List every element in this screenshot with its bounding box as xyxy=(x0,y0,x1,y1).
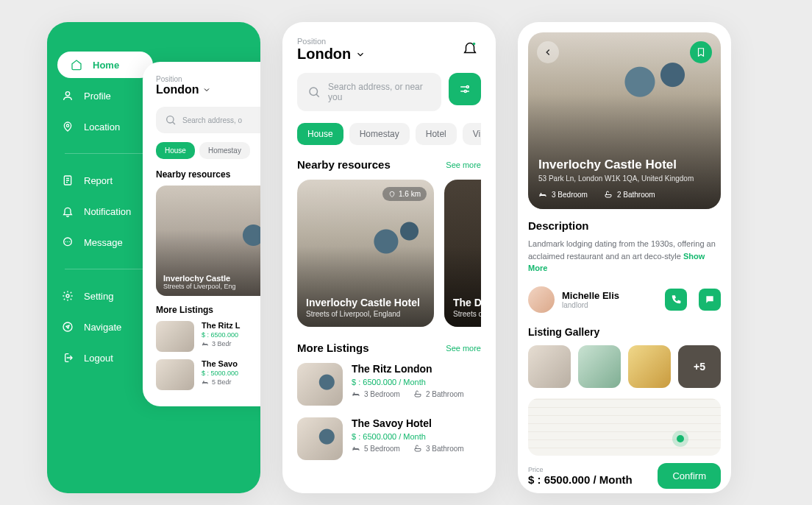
document-icon xyxy=(62,174,74,186)
bookmark-icon xyxy=(696,47,706,57)
price-label: Price xyxy=(528,466,633,473)
listing-price: $ : 6500.000 xyxy=(202,331,241,339)
more-listings-heading: More Listings xyxy=(297,342,369,354)
back-button[interactable] xyxy=(537,41,559,63)
footer: Price $ : 6500.000 / Month Confirm xyxy=(528,463,721,489)
listing-price: $ : 5000.000 xyxy=(202,370,238,377)
see-more-link[interactable]: See more xyxy=(446,344,481,353)
svg-point-0 xyxy=(65,92,69,96)
listing-row[interactable]: The Ritz London $ : 6500.000 / Month 3 B… xyxy=(297,363,481,406)
listing-features: 3 Bedroom 2 Bathroom xyxy=(352,389,464,398)
listing-bed: 5 Bedr xyxy=(202,378,238,386)
detail-screen: Inverlochy Castle Hotel 53 Park Ln, Lond… xyxy=(518,22,731,493)
svg-point-4 xyxy=(66,294,69,297)
bath-icon xyxy=(413,444,422,453)
chip-homestay[interactable]: Homestay xyxy=(349,123,410,145)
filter-chips: House Homestay xyxy=(156,142,260,159)
chevron-left-icon xyxy=(543,47,553,57)
gallery-more[interactable]: +5 xyxy=(678,345,721,388)
svg-point-5 xyxy=(63,322,72,331)
confirm-button[interactable]: Confirm xyxy=(658,463,721,489)
nav-label: Navigate xyxy=(84,322,121,333)
gallery-item[interactable] xyxy=(528,345,571,388)
filter-chips: House Homestay Hotel Villa C xyxy=(297,123,481,145)
owner-role: landlord xyxy=(562,301,658,309)
hero-image: Inverlochy Castle Hotel 53 Park Ln, Lond… xyxy=(528,32,721,209)
gallery-heading: Listing Gallery xyxy=(528,326,721,338)
svg-point-12 xyxy=(464,91,466,93)
svg-point-11 xyxy=(466,86,469,88)
bell-icon xyxy=(62,205,74,217)
pin-icon xyxy=(388,191,396,198)
nav-divider xyxy=(65,269,154,269)
listing-title: The Ritz London xyxy=(352,363,464,375)
sidebar-drawer-screen: Home Profile Location Report Notificatio… xyxy=(47,22,260,493)
listing-title: The Savo xyxy=(202,359,238,368)
see-more-link[interactable]: See more xyxy=(446,160,481,169)
owner-name: Michelle Elis xyxy=(562,290,658,301)
chip-house[interactable]: House xyxy=(297,123,343,145)
listing-thumbnail xyxy=(156,321,194,352)
nearby-cards[interactable]: 1.6 km Inverlochy Castle Hotel Streets o… xyxy=(297,180,481,327)
filter-button[interactable] xyxy=(449,73,481,105)
nav-label: Location xyxy=(84,121,120,133)
notifications-button[interactable] xyxy=(459,37,481,59)
nearby-card[interactable]: 1.6 km Inverlochy Castle Hotel Streets o… xyxy=(297,180,434,327)
position-picker[interactable]: London xyxy=(156,83,260,96)
sliders-icon xyxy=(458,82,471,96)
search-icon xyxy=(307,85,321,99)
mini-home-panel: Position London Search address, o House … xyxy=(143,62,260,406)
nav-home[interactable]: Home xyxy=(57,52,153,78)
search-input[interactable]: Search address, o xyxy=(156,107,260,133)
location-map[interactable] xyxy=(528,398,721,456)
gallery-item[interactable] xyxy=(578,345,621,388)
search-input[interactable]: Search address, or near you xyxy=(297,73,441,111)
position-label: Position xyxy=(156,75,260,83)
gallery-row: +5 xyxy=(528,345,721,388)
gear-icon xyxy=(62,290,74,302)
bookmark-button[interactable] xyxy=(690,41,712,63)
svg-point-13 xyxy=(354,392,355,394)
listing-bed: 3 Bedr xyxy=(202,340,241,347)
position-value: London xyxy=(156,83,199,96)
position-picker[interactable]: London xyxy=(297,46,366,63)
call-button[interactable] xyxy=(665,289,687,311)
nearby-card[interactable]: The Dorche Streets of Liverp xyxy=(444,180,481,327)
nav-label: Setting xyxy=(84,291,113,302)
hero-features: 3 Bedroom 2 Bathroom xyxy=(538,190,710,199)
listing-features: 5 Bedroom 3 Bathroom xyxy=(352,444,464,453)
svg-point-15 xyxy=(541,193,542,194)
search-placeholder: Search address, o xyxy=(182,116,242,124)
hero-title: Inverlochy Castle Hotel xyxy=(538,158,710,172)
bath-icon xyxy=(413,389,422,398)
listing-row[interactable]: The Savo $ : 5000.000 5 Bedr xyxy=(156,359,260,390)
listing-row[interactable]: The Savoy Hotel $ : 6500.000 / Month 5 B… xyxy=(297,417,481,460)
owner-avatar[interactable] xyxy=(528,286,555,313)
chip-hotel[interactable]: Hotel xyxy=(416,123,457,145)
listing-title: The Ritz L xyxy=(202,321,241,330)
nav-label: Logout xyxy=(84,353,113,364)
nearby-card[interactable]: Inverlochy Castle Streets of Liverpool, … xyxy=(156,186,260,296)
message-button[interactable] xyxy=(699,289,721,311)
nav-label: Message xyxy=(84,237,123,248)
chip-villa[interactable]: Villa xyxy=(463,123,481,145)
chat-icon xyxy=(705,294,715,305)
nav-label: Profile xyxy=(84,91,111,102)
chip-homestay[interactable]: Homestay xyxy=(199,142,250,159)
listing-row[interactable]: The Ritz L $ : 6500.000 3 Bedr xyxy=(156,321,260,352)
gallery-item[interactable] xyxy=(628,345,671,388)
listing-title: The Savoy Hotel xyxy=(352,417,464,429)
card-subtitle: Streets of Liverpool, Eng xyxy=(163,283,260,290)
bed-icon xyxy=(538,190,547,199)
nav-label: Home xyxy=(93,60,119,71)
listing-price: $ : 6500.000 / Month xyxy=(352,432,464,441)
chip-house[interactable]: House xyxy=(156,142,195,159)
card-title: The Dorche xyxy=(453,297,481,308)
card-title: Inverlochy Castle Hotel xyxy=(306,297,425,308)
svg-point-14 xyxy=(354,447,355,448)
position-label: Position xyxy=(297,37,366,46)
user-icon xyxy=(62,90,74,102)
logout-icon xyxy=(62,352,74,364)
more-listings: The Ritz London $ : 6500.000 / Month 3 B… xyxy=(297,363,481,460)
chat-icon xyxy=(62,236,74,248)
